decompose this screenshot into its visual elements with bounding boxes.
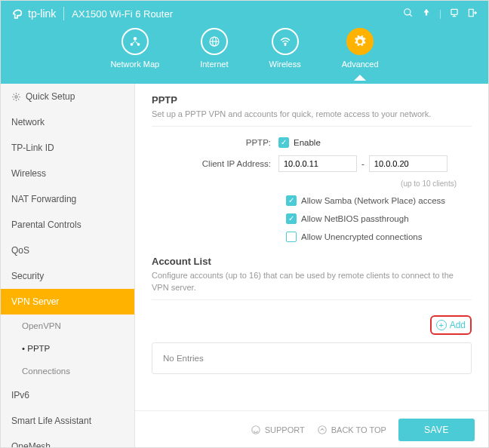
nav-advanced[interactable]: Advanced [342, 28, 379, 69]
sidebar-parental-controls[interactable]: Parental Controls [1, 212, 134, 238]
checkbox-enable[interactable] [278, 137, 289, 148]
sidebar-sub-openvpn[interactable]: OpenVPN [1, 315, 134, 337]
table-empty: No Entries [163, 354, 204, 363]
svg-point-12 [284, 44, 286, 46]
label-client-ip: Client IP Address: [152, 159, 278, 168]
section-title-pptp: PPTP [152, 94, 472, 106]
svg-rect-5 [469, 9, 473, 16]
checkbox-samba[interactable] [286, 195, 297, 206]
svg-line-1 [410, 14, 412, 16]
label-pptp: PPTP: [152, 138, 278, 147]
svg-point-13 [15, 95, 17, 97]
accounts-table: No Entries [152, 342, 472, 374]
brand-logo: tp-link [11, 8, 56, 20]
add-button[interactable]: + Add [436, 320, 466, 330]
svg-point-7 [130, 43, 133, 46]
sidebar-wireless[interactable]: Wireless [1, 161, 134, 186]
footer: SUPPORT BACK TO TOP SAVE [135, 410, 488, 448]
sidebar-ipv6[interactable]: IPv6 [1, 382, 134, 408]
sidebar-vpn-server[interactable]: VPN Server [1, 289, 134, 315]
svg-rect-2 [451, 9, 457, 14]
led-icon[interactable] [421, 8, 432, 20]
input-ip-start[interactable] [278, 155, 357, 172]
hint-clients: (up to 10 clients) [401, 180, 472, 188]
brand-text: tp-link [28, 8, 56, 20]
sidebar-nat-forwarding[interactable]: NAT Forwarding [1, 186, 134, 212]
sidebar-security[interactable]: Security [1, 263, 134, 289]
header: tp-link AX1500 Wi-Fi 6 Router | Network … [1, 1, 488, 84]
add-highlight: + Add [430, 315, 472, 335]
svg-point-6 [134, 37, 137, 41]
save-button[interactable]: SAVE [398, 419, 475, 441]
plus-icon: + [436, 320, 447, 330]
sidebar: Quick Setup Network TP-Link ID Wireless … [1, 84, 135, 448]
label-enable: Enable [294, 138, 321, 147]
sidebar-qos[interactable]: QoS [1, 238, 134, 263]
reboot-icon[interactable] [449, 8, 460, 20]
sidebar-network[interactable]: Network [1, 109, 134, 135]
search-icon[interactable] [403, 8, 414, 20]
nav-network-map[interactable]: Network Map [110, 28, 159, 69]
product-title: AX1500 Wi-Fi 6 Router [72, 8, 173, 20]
sidebar-tplink-id[interactable]: TP-Link ID [1, 135, 134, 161]
sidebar-smart-life[interactable]: Smart Life Assistant [1, 408, 134, 434]
input-ip-end[interactable] [369, 155, 447, 172]
logout-icon[interactable] [467, 8, 478, 20]
section-title-accounts: Account List [152, 256, 472, 267]
back-to-top-button[interactable]: BACK TO TOP [317, 425, 386, 435]
checkbox-unencrypted[interactable] [286, 232, 297, 242]
section-desc-accounts: Configure accounts (up to 16) that can b… [152, 270, 472, 300]
sidebar-sub-connections[interactable]: Connections [1, 360, 134, 382]
checkbox-netbios[interactable] [286, 213, 297, 224]
nav-internet[interactable]: Internet [200, 28, 228, 69]
support-button[interactable]: SUPPORT [251, 425, 305, 435]
sidebar-quick-setup[interactable]: Quick Setup [1, 84, 134, 109]
nav-wireless[interactable]: Wireless [269, 28, 301, 69]
svg-point-8 [137, 43, 140, 46]
sidebar-sub-pptp[interactable]: PPTP [1, 337, 134, 360]
section-desc-pptp: Set up a PPTP VPN and accounts for quick… [152, 109, 472, 127]
svg-point-0 [404, 8, 411, 14]
sidebar-onemesh[interactable]: OneMesh [1, 434, 134, 448]
svg-point-15 [318, 426, 326, 434]
